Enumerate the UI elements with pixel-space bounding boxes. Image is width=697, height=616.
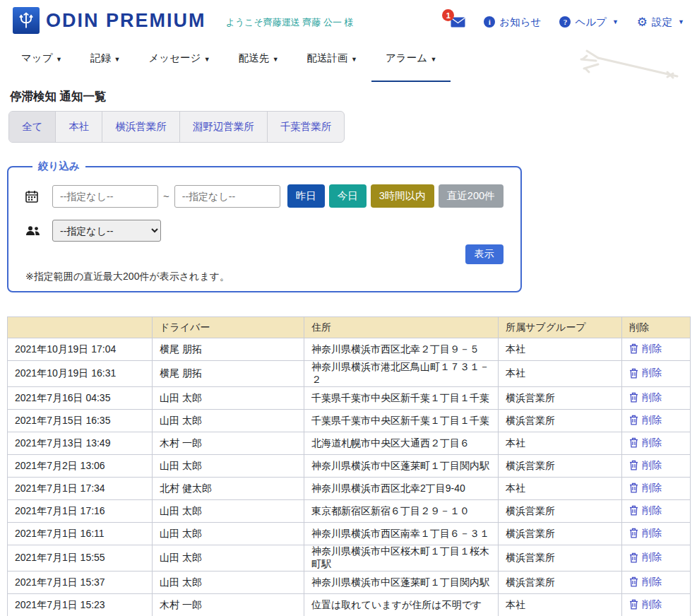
delete-link[interactable]: 削除 bbox=[629, 527, 662, 540]
mail-button[interactable]: 1 bbox=[451, 17, 465, 30]
cell-delete: 削除 bbox=[622, 523, 691, 545]
delete-link[interactable]: 削除 bbox=[629, 367, 662, 379]
delete-link[interactable]: 削除 bbox=[629, 551, 662, 564]
notice-link[interactable]: i お知らせ bbox=[484, 16, 541, 29]
cell-datetime: 2021年10月19日 17:04 bbox=[8, 338, 153, 361]
quick-filter-buttons: 昨日 今日 3時間以内 直近200件 bbox=[287, 184, 504, 208]
trash-icon bbox=[629, 482, 638, 493]
cell-address: 神奈川県横浜市西区北幸２丁目９－５ bbox=[304, 338, 499, 361]
delete-link[interactable]: 削除 bbox=[629, 482, 662, 494]
cell-datetime: 2021年7月1日 15:55 bbox=[8, 545, 153, 571]
cell-subgroup: 本社 bbox=[499, 594, 622, 616]
driver-select[interactable]: --指定なし-- bbox=[52, 220, 161, 242]
cell-address: 神奈川県横浜市港北区鳥山町１７３１－２ bbox=[304, 361, 499, 387]
delete-link[interactable]: 削除 bbox=[629, 391, 662, 404]
trash-icon bbox=[629, 343, 638, 354]
app-logo[interactable]: ODIN PREMIUM bbox=[13, 7, 206, 34]
tab-yokohama[interactable]: 横浜営業所 bbox=[102, 112, 180, 142]
cell-delete: 削除 bbox=[622, 338, 691, 361]
cell-driver: 木村 一郎 bbox=[153, 432, 304, 455]
cell-driver: 山田 太郎 bbox=[153, 545, 304, 571]
delete-label: 削除 bbox=[642, 343, 662, 355]
cell-datetime: 2021年7月1日 17:34 bbox=[8, 478, 153, 500]
tab-all[interactable]: 全て bbox=[9, 112, 56, 142]
cell-datetime: 2021年7月1日 17:16 bbox=[8, 500, 153, 523]
delete-link[interactable]: 削除 bbox=[629, 437, 662, 449]
chevron-down-icon: ▼ bbox=[678, 18, 684, 25]
delete-label: 削除 bbox=[642, 527, 662, 540]
delete-link[interactable]: 削除 bbox=[629, 576, 662, 588]
delete-link[interactable]: 削除 bbox=[629, 414, 662, 427]
cell-address: 神奈川県横浜市中区蓬莱町１丁目関内駅 bbox=[304, 455, 499, 478]
delete-link[interactable]: 削除 bbox=[629, 343, 662, 355]
trash-icon bbox=[629, 599, 638, 610]
nav-item-alarm[interactable]: アラーム ▼ bbox=[371, 51, 451, 82]
tab-fuchinobe[interactable]: 淵野辺営業所 bbox=[180, 112, 268, 142]
table-row: 2021年7月13日 13:49 木村 一郎 北海道札幌市中央区大通西２丁目６ … bbox=[8, 432, 691, 455]
nav-label: 記録 bbox=[90, 52, 111, 64]
cell-driver: 山田 太郎 bbox=[153, 571, 304, 594]
cell-driver: 山田 太郎 bbox=[153, 387, 304, 410]
logo-wordmark: ODIN PREMIUM bbox=[46, 10, 206, 32]
top-header: ODIN PREMIUM ようこそ齊藤運送 齊藤 公一 様 1 i お知らせ ?… bbox=[0, 0, 697, 41]
table-row: 2021年7月1日 17:34 北村 健太郎 神奈川県横浜市西区北幸2丁目9-4… bbox=[8, 478, 691, 500]
gear-icon: ⚙ bbox=[637, 16, 648, 28]
cell-delete: 削除 bbox=[622, 410, 691, 432]
cell-delete: 削除 bbox=[622, 361, 691, 387]
tab-honsha[interactable]: 本社 bbox=[56, 112, 102, 142]
delete-link[interactable]: 削除 bbox=[629, 459, 662, 472]
col-header-datetime bbox=[8, 317, 153, 338]
show-button[interactable]: 表示 bbox=[465, 244, 504, 264]
delete-label: 削除 bbox=[642, 576, 662, 588]
table-row: 2021年10月19日 16:31 横尾 朋拓 神奈川県横浜市港北区鳥山町１７３… bbox=[8, 361, 691, 387]
within-3-hours-button[interactable]: 3時間以内 bbox=[371, 184, 434, 208]
cell-driver: 山田 太郎 bbox=[153, 523, 304, 545]
delete-label: 削除 bbox=[642, 437, 662, 449]
range-separator: ~ bbox=[163, 190, 169, 202]
page-title: 停滞検知 通知一覧 bbox=[10, 89, 107, 105]
cell-datetime: 2021年7月1日 15:37 bbox=[8, 571, 153, 594]
delete-label: 削除 bbox=[642, 504, 662, 517]
tab-chiba[interactable]: 千葉営業所 bbox=[268, 112, 345, 142]
cell-driver: 山田 太郎 bbox=[153, 410, 304, 432]
latest-200-button[interactable]: 直近200件 bbox=[439, 184, 504, 208]
cell-subgroup: 本社 bbox=[499, 361, 622, 387]
today-button[interactable]: 今日 bbox=[329, 184, 367, 208]
chevron-down-icon: ▼ bbox=[270, 56, 278, 63]
cell-subgroup: 横浜営業所 bbox=[499, 387, 622, 410]
chevron-down-icon: ▼ bbox=[429, 56, 436, 63]
delete-link[interactable]: 削除 bbox=[629, 598, 662, 611]
nav-label: アラーム bbox=[386, 52, 427, 64]
cell-address: 神奈川県横浜市中区桜木町１丁目１桜木町駅 bbox=[304, 545, 499, 571]
trash-icon bbox=[629, 528, 638, 538]
nav-item-delivery-plan[interactable]: 配送計画 ▼ bbox=[293, 51, 371, 82]
trash-icon bbox=[629, 437, 638, 448]
nav-item-map[interactable]: マップ ▼ bbox=[7, 51, 76, 82]
settings-label: 設定 bbox=[652, 16, 672, 29]
welcome-message: ようこそ齊藤運送 齊藤 公一 様 bbox=[226, 16, 354, 29]
filter-panel: 絞り込み ~ 昨日 今日 3時間以内 直近200件 bbox=[7, 160, 522, 292]
cell-datetime: 2021年7月1日 15:23 bbox=[8, 594, 153, 616]
delete-label: 削除 bbox=[642, 459, 662, 472]
chevron-down-icon: ▼ bbox=[54, 56, 62, 63]
nav-label: 配送計画 bbox=[307, 52, 348, 64]
cell-address: 東京都新宿区新宿６丁目２９－１０ bbox=[304, 500, 499, 523]
date-to-input[interactable] bbox=[174, 185, 280, 208]
nav-item-messages[interactable]: メッセージ ▼ bbox=[134, 51, 224, 82]
yesterday-button[interactable]: 昨日 bbox=[287, 184, 325, 208]
delete-link[interactable]: 削除 bbox=[629, 504, 662, 517]
date-from-input[interactable] bbox=[52, 185, 158, 208]
nav-item-records[interactable]: 記録 ▼ bbox=[76, 51, 134, 82]
cell-address: 神奈川県横浜市中区蓬莱町１丁目関内駅 bbox=[304, 571, 499, 594]
col-header-delete: 削除 bbox=[622, 317, 691, 338]
table-row: 2021年7月1日 16:11 山田 太郎 神奈川県横浜市西区南幸１丁目６－３１… bbox=[8, 523, 691, 545]
cell-delete: 削除 bbox=[622, 545, 691, 571]
nav-item-destinations[interactable]: 配送先 ▼ bbox=[225, 51, 293, 82]
table-body: 2021年10月19日 17:04 横尾 朋拓 神奈川県横浜市西区北幸２丁目９－… bbox=[8, 338, 691, 616]
trash-icon bbox=[629, 576, 638, 587]
cell-address: 神奈川県横浜市西区南幸１丁目６－３１ bbox=[304, 523, 499, 545]
help-menu[interactable]: ? ヘルプ ▼ bbox=[559, 16, 618, 29]
cell-delete: 削除 bbox=[622, 594, 691, 616]
settings-menu[interactable]: ⚙ 設定 ▼ bbox=[637, 16, 684, 29]
date-filter-row: ~ 昨日 今日 3時間以内 直近200件 bbox=[25, 184, 504, 208]
